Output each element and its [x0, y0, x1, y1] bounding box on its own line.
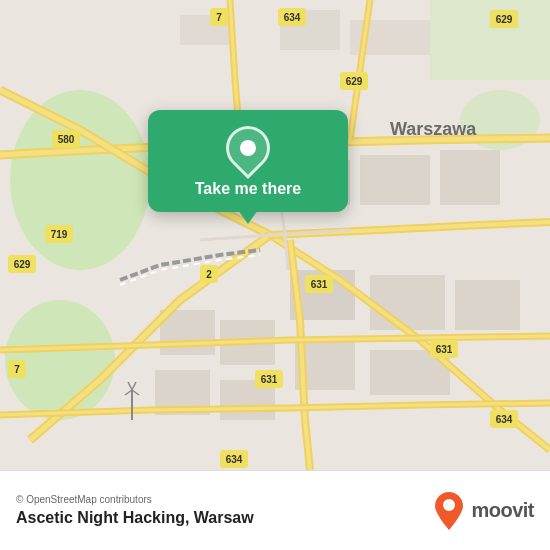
svg-text:7: 7: [14, 364, 20, 375]
bottom-info: © OpenStreetMap contributors Ascetic Nig…: [16, 494, 254, 527]
svg-text:629: 629: [496, 14, 513, 25]
svg-text:719: 719: [51, 229, 68, 240]
map-container: 634 629 629 580 580 7 7 7 719 629 2: [0, 0, 550, 470]
svg-rect-10: [440, 150, 500, 205]
svg-rect-12: [370, 275, 445, 330]
svg-text:634: 634: [226, 454, 243, 465]
svg-rect-13: [455, 280, 520, 330]
moovit-logo: moovit: [433, 490, 534, 532]
svg-text:631: 631: [311, 279, 328, 290]
svg-text:634: 634: [284, 12, 301, 23]
svg-text:634: 634: [496, 414, 513, 425]
svg-point-1: [10, 90, 150, 270]
svg-text:631: 631: [261, 374, 278, 385]
location-title: Ascetic Night Hacking, Warsaw: [16, 509, 254, 527]
svg-rect-9: [360, 155, 430, 205]
svg-text:629: 629: [14, 259, 31, 270]
bottom-bar: © OpenStreetMap contributors Ascetic Nig…: [0, 470, 550, 550]
location-pin-icon: [217, 117, 279, 179]
svg-text:580: 580: [58, 134, 75, 145]
take-me-there-button[interactable]: Take me there: [148, 110, 348, 212]
svg-text:2: 2: [206, 269, 212, 280]
moovit-pin-icon: [433, 490, 465, 532]
svg-point-58: [443, 499, 455, 511]
svg-text:Warszawa: Warszawa: [390, 119, 477, 139]
svg-text:629: 629: [346, 76, 363, 87]
moovit-brand-text: moovit: [471, 499, 534, 522]
svg-text:7: 7: [216, 12, 222, 23]
svg-text:631: 631: [436, 344, 453, 355]
osm-attribution: © OpenStreetMap contributors: [16, 494, 254, 505]
svg-rect-3: [430, 0, 550, 80]
popup-label: Take me there: [195, 180, 301, 198]
